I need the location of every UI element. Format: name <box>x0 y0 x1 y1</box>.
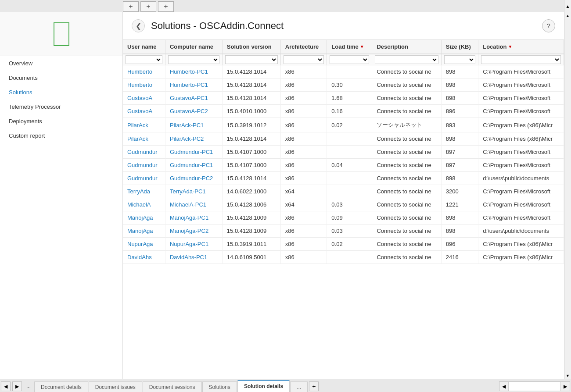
cell-architecture: x86 <box>280 78 327 92</box>
cell-computer_name[interactable]: ManojAga-PC1 <box>165 211 222 225</box>
cell-user_name[interactable]: PilarAck <box>123 118 165 132</box>
cell-user_name[interactable]: GustavoA <box>123 92 165 105</box>
table-row: GustavoAGustavoA-PC215.0.4010.1000x860.1… <box>123 105 564 118</box>
cell-architecture: x86 <box>280 225 327 238</box>
cell-location: C:\Program Files (x86)\Micr <box>478 132 564 146</box>
cell-description: Connects to social ne <box>372 132 441 146</box>
bottom-tab-solutions-tab[interactable]: Solutions <box>202 381 237 392</box>
table-row: ManojAgaManojAga-PC215.0.4128.1009x860.0… <box>123 225 564 238</box>
cell-computer_name[interactable]: TerryAda-PC1 <box>165 185 222 198</box>
cell-load_time: 0.02 <box>327 238 372 251</box>
sidebar-item-deployments[interactable]: Deployments <box>0 114 122 128</box>
sidebar-item-documents[interactable]: Documents <box>0 71 122 85</box>
back-button[interactable]: ❮ <box>132 19 145 32</box>
top-tab-bar: + + + ▲ <box>0 0 571 12</box>
cell-computer_name[interactable]: GustavoA-PC1 <box>165 92 222 105</box>
cell-user_name[interactable]: Gudmundur <box>123 159 165 172</box>
cell-computer_name[interactable]: NupurAga-PC1 <box>165 238 222 251</box>
cell-computer_name[interactable]: PilarAck-PC1 <box>165 118 222 132</box>
sidebar-item-solutions[interactable]: Solutions <box>0 85 122 100</box>
scroll-up-btn[interactable]: ▲ <box>564 12 571 19</box>
add-tab-btn[interactable]: + <box>309 381 319 391</box>
cell-user_name[interactable]: NupurAga <box>123 238 165 251</box>
nav-left-btn[interactable]: ◀ <box>1 381 11 391</box>
cell-computer_name[interactable]: PilarAck-PC2 <box>165 132 222 146</box>
cell-location: C:\Program Files\Microsoft <box>478 211 564 225</box>
bottom-tab-doc-details[interactable]: Document details <box>34 381 88 392</box>
cell-location: C:\Program Files\Microsoft <box>478 92 564 105</box>
filter-select-solution_version[interactable] <box>225 55 278 64</box>
solutions-table: User nameComputer nameSolution versionAr… <box>123 40 564 264</box>
cell-size_kb: 898 <box>441 132 478 146</box>
filter-select-computer_name[interactable] <box>168 55 219 64</box>
cell-size_kb: 897 <box>441 159 478 172</box>
filter-select-user_name[interactable] <box>126 55 162 64</box>
cell-architecture: x86 <box>280 146 327 159</box>
col-label-load_time: Load time▼ <box>331 43 367 50</box>
cell-user_name[interactable]: TerryAda <box>123 185 165 198</box>
cell-computer_name[interactable]: Gudmundur-PC2 <box>165 172 222 185</box>
cell-user_name[interactable]: ManojAga <box>123 225 165 238</box>
cell-description: Connects to social ne <box>372 251 441 264</box>
top-add-tab-2[interactable]: + <box>140 1 156 12</box>
bottom-tab-more-tabs[interactable]: ... <box>290 381 308 392</box>
cell-description: Connects to social ne <box>372 172 441 185</box>
nav-dots[interactable]: ... <box>23 381 34 391</box>
filter-select-load_time[interactable] <box>330 55 369 64</box>
cell-solution_version: 15.0.4128.1014 <box>222 65 280 78</box>
filter-select-architecture[interactable] <box>284 55 324 64</box>
top-add-tab-3[interactable]: + <box>158 1 174 12</box>
cell-user_name[interactable]: PilarAck <box>123 132 165 146</box>
cell-computer_name[interactable]: MichaelA-PC1 <box>165 198 222 211</box>
cell-user_name[interactable]: Gudmundur <box>123 146 165 159</box>
sort-icon-location[interactable]: ▼ <box>508 44 512 49</box>
scroll-right-btn[interactable]: ▶ <box>561 384 570 389</box>
scroll-down-btn[interactable]: ▼ <box>564 372 571 379</box>
bottom-scroll-area[interactable]: ◀ ▶ <box>499 381 570 391</box>
cell-computer_name[interactable]: ManojAga-PC2 <box>165 225 222 238</box>
nav-right-btn[interactable]: ▶ <box>12 381 22 391</box>
cell-user_name[interactable]: Humberto <box>123 65 165 78</box>
cell-load_time: 0.03 <box>327 225 372 238</box>
sidebar-item-telemetry-processor[interactable]: Telemetry Processor <box>0 100 122 114</box>
filter-select-size_kb[interactable] <box>444 55 475 64</box>
green-selection-box <box>54 22 69 46</box>
cell-user_name[interactable]: Gudmundur <box>123 172 165 185</box>
cell-computer_name[interactable]: DavidAhs-PC1 <box>165 251 222 264</box>
cell-load_time: 0.03 <box>327 198 372 211</box>
cell-architecture: x86 <box>280 211 327 225</box>
cell-user_name[interactable]: GustavoA <box>123 105 165 118</box>
bottom-tab-solution-details[interactable]: Solution details <box>237 380 290 392</box>
cell-computer_name[interactable]: Humberto-PC1 <box>165 65 222 78</box>
cell-size_kb: 898 <box>441 78 478 92</box>
help-button[interactable]: ? <box>542 19 555 32</box>
table-row: PilarAckPilarAck-PC215.0.4128.1014x86Con… <box>123 132 564 146</box>
top-add-tab-1[interactable]: + <box>123 1 139 12</box>
sidebar-items: OverviewDocumentsSolutionsTelemetry Proc… <box>0 56 122 143</box>
scroll-left-btn[interactable]: ◀ <box>499 384 508 389</box>
cell-load_time: 0.30 <box>327 78 372 92</box>
sidebar-item-overview[interactable]: Overview <box>0 56 122 71</box>
cell-user_name[interactable]: MichaelA <box>123 198 165 211</box>
bottom-tab-doc-sessions[interactable]: Document sessions <box>143 381 202 392</box>
cell-computer_name[interactable]: Gudmundur-PC1 <box>165 146 222 159</box>
filter-select-description[interactable] <box>375 55 438 64</box>
cell-computer_name[interactable]: Gudmundur-PC1 <box>165 159 222 172</box>
filter-cell-solution_version <box>222 54 280 65</box>
cell-user_name[interactable]: DavidAhs <box>123 251 165 264</box>
cell-computer_name[interactable]: Humberto-PC1 <box>165 78 222 92</box>
cell-size_kb: 1221 <box>441 198 478 211</box>
bottom-tab-doc-issues[interactable]: Document issues <box>89 381 142 392</box>
col-label-solution_version: Solution version <box>227 43 276 50</box>
filter-select-location[interactable] <box>481 55 561 64</box>
right-scrollbar[interactable]: ▲ ▼ <box>564 12 571 379</box>
cell-user_name[interactable]: ManojAga <box>123 211 165 225</box>
sort-icon-load_time[interactable]: ▼ <box>360 44 364 49</box>
sidebar-item-custom-report[interactable]: Custom report <box>0 128 122 143</box>
cell-location: C:\Program Files (x86)\Micr <box>478 118 564 132</box>
vertical-scrollbar-top[interactable]: ▲ <box>564 0 571 12</box>
col-text-user_name: User name <box>127 43 156 50</box>
cell-user_name[interactable]: Humberto <box>123 78 165 92</box>
filter-cell-load_time <box>327 54 372 65</box>
cell-computer_name[interactable]: GustavoA-PC2 <box>165 105 222 118</box>
